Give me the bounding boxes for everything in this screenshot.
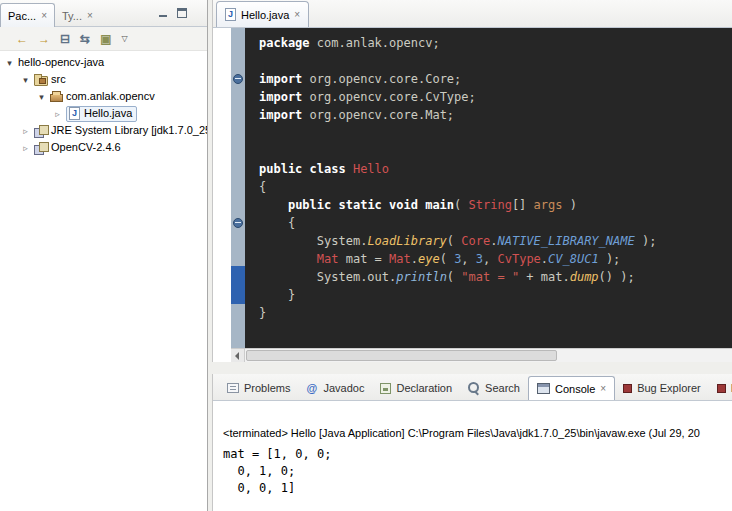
scrollbar-thumb[interactable] [246, 350, 557, 361]
view-tab-label: Ty... [62, 10, 82, 22]
declaration-icon [380, 383, 391, 394]
collapse-arrow-icon[interactable]: ▾ [36, 92, 47, 102]
code-line: System.LoadLibrary( Core.NATIVE_LIBRARY_… [259, 232, 732, 250]
tree-item-label: hello-opencv-java [18, 54, 104, 71]
left-view-tabs: Pac...×Ty...× [0, 3, 100, 20]
expand-arrow-icon[interactable]: ▹ [20, 126, 31, 136]
tab-bug[interactable]: Bug [709, 376, 732, 400]
tab-problems[interactable]: Problems [219, 376, 298, 400]
tree-item-hello-opencv-java[interactable]: ▾hello-opencv-java [0, 54, 207, 71]
bottom-panel: ProblemsJavadocDeclarationSearchConsole×… [212, 374, 732, 511]
library-icon [34, 125, 48, 136]
collapse-all-icon[interactable]: ⊟ [60, 33, 70, 45]
forward-icon[interactable]: → [38, 33, 50, 45]
minimize-icon[interactable] [158, 8, 168, 18]
close-icon[interactable]: × [294, 10, 300, 20]
tab-label: Bug Explorer [637, 382, 701, 394]
code-line: Mat mat = Mat.eye( 3, 3, CvType.CV_8UC1 … [259, 250, 732, 268]
tab-search[interactable]: Search [460, 376, 528, 400]
problems-icon [227, 383, 239, 393]
src-folder-icon [34, 76, 48, 86]
bug-icon [623, 384, 632, 393]
code-line: import org.opencv.core.Core; [259, 70, 732, 88]
back-icon[interactable]: ← [16, 33, 28, 45]
code-line: package com.anlak.opencv; [259, 34, 732, 52]
collapse-arrow-icon[interactable]: ▾ [4, 58, 15, 68]
annotation-ruler [231, 28, 245, 348]
tab-label: Console [555, 383, 595, 395]
bottom-tabbar: ProblemsJavadocDeclarationSearchConsole×… [213, 374, 732, 401]
code-line: System.out.println( "mat = " + mat.dump(… [259, 268, 732, 286]
tree-item-label: com.anlak.opencv [66, 88, 155, 105]
code-area[interactable]: package com.anlak.opencv; import org.ope… [245, 28, 732, 348]
tab-javadoc[interactable]: Javadoc [298, 376, 372, 400]
tab-label: Javadoc [323, 382, 364, 394]
range-indicator [231, 266, 245, 304]
view-tab-pac[interactable]: Pac...× [0, 3, 55, 27]
tab-label: Problems [244, 382, 290, 394]
code-line: { [259, 178, 732, 196]
tree-item-com-anlak-opencv[interactable]: ▾com.anlak.opencv [0, 88, 207, 105]
package-icon [50, 94, 63, 102]
tree-selection: Hello.java [66, 106, 137, 122]
java-file-icon [69, 107, 80, 120]
console-view: <terminated> Hello [Java Application] C:… [213, 401, 732, 497]
scroll-left-icon[interactable] [231, 349, 245, 362]
editor-area: Hello.java × package com.anlak.opencv; i… [212, 0, 732, 362]
console-output: mat = [1, 0, 0; 0, 1, 0; 0, 0, 1] [223, 446, 724, 497]
link-with-editor-icon[interactable]: ⇆ [80, 33, 90, 45]
fold-collapse-icon[interactable] [233, 74, 243, 84]
tab-label: Declaration [396, 382, 452, 394]
tab-declaration[interactable]: Declaration [372, 376, 460, 400]
panel-toolbar: ←→⊟⇆▣▽ [0, 27, 207, 51]
tree-item-opencv-2-4-6[interactable]: ▹OpenCV-2.4.6 [0, 139, 207, 156]
left-view-tabbar: Pac...×Ty...× [0, 0, 207, 27]
code-line: } [259, 286, 732, 304]
console-title: <terminated> Hello [Java Application] C:… [223, 427, 724, 439]
code-line: public static void main( String[] args ) [259, 196, 732, 214]
view-tab-ty[interactable]: Ty...× [55, 4, 100, 28]
library-icon [34, 142, 48, 153]
view-menu-icon[interactable]: ▽ [121, 35, 127, 43]
horizontal-scrollbar[interactable] [231, 348, 732, 362]
tab-label: Search [485, 382, 520, 394]
search-icon [468, 382, 480, 394]
code-line: import org.opencv.core.CvType; [259, 88, 732, 106]
code-line [259, 124, 732, 142]
close-icon[interactable]: × [600, 384, 606, 394]
javadoc-icon [306, 382, 318, 394]
focus-on-task-icon[interactable]: ▣ [100, 33, 111, 45]
code-line: { [259, 214, 732, 232]
code-line [259, 52, 732, 70]
fold-collapse-icon[interactable] [233, 218, 243, 228]
tree-item-src[interactable]: ▾src [0, 71, 207, 88]
package-explorer-panel: Pac...×Ty...× ←→⊟⇆▣▽ ▾hello-opencv-java▾… [0, 0, 208, 511]
close-icon[interactable]: × [41, 11, 47, 21]
eclipse-window: Pac...×Ty...× ←→⊟⇆▣▽ ▾hello-opencv-java▾… [0, 0, 732, 511]
maximize-icon[interactable] [177, 8, 187, 18]
tree-item-jre-system-library-jdk1-7-0-25[interactable]: ▹JRE System Library [jdk1.7.0_25] [0, 122, 207, 139]
tab-bug-explorer[interactable]: Bug Explorer [615, 376, 709, 400]
tree-item-label: JRE System Library [jdk1.7.0_25] [51, 122, 207, 139]
java-file-icon [225, 8, 236, 21]
editor-tabbar: Hello.java × [213, 0, 732, 28]
editor-tab-hello-java[interactable]: Hello.java × [216, 1, 309, 27]
bug-icon [717, 384, 726, 393]
editor-tab-label: Hello.java [241, 9, 289, 21]
close-icon[interactable]: × [87, 11, 93, 21]
expand-arrow-icon[interactable]: ▹ [52, 109, 63, 119]
collapse-arrow-icon[interactable]: ▾ [20, 75, 31, 85]
view-tab-label: Pac... [8, 10, 36, 22]
code-line [259, 142, 732, 160]
panel-minmax [158, 8, 187, 18]
expand-arrow-icon[interactable]: ▹ [20, 143, 31, 153]
console-icon [537, 383, 550, 394]
project-tree: ▾hello-opencv-java▾src▾com.anlak.opencv▹… [0, 51, 207, 156]
code-line: } [259, 304, 732, 322]
editor-body: package com.anlak.opencv; import org.ope… [213, 28, 732, 348]
tree-item-label: src [51, 71, 66, 88]
tab-console[interactable]: Console× [528, 376, 615, 400]
code-line: import org.opencv.core.Mat; [259, 106, 732, 124]
tree-item-hello-java[interactable]: ▹Hello.java [0, 105, 207, 122]
tree-item-label: Hello.java [84, 105, 132, 122]
